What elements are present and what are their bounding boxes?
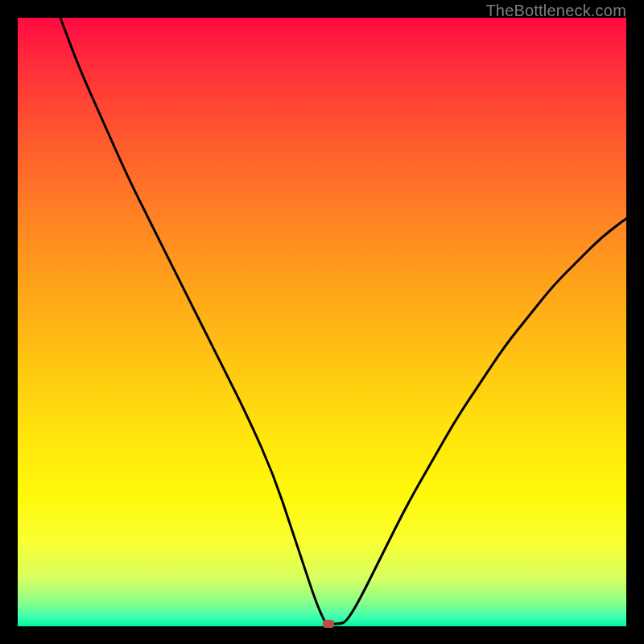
- plot-area: [18, 18, 626, 626]
- attribution-text: TheBottleneck.com: [485, 2, 626, 20]
- chart-container: TheBottleneck.com: [0, 0, 644, 644]
- optimal-point-marker: [323, 620, 334, 628]
- bottleneck-curve: [18, 18, 626, 626]
